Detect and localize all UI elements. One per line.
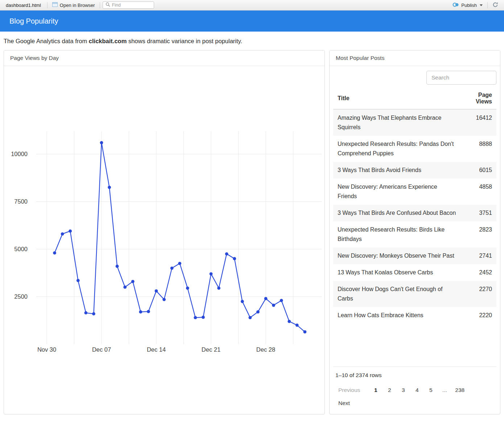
table-header-row: Title Page Views xyxy=(333,89,496,109)
table-row: New Discovery: Americans Experience Frie… xyxy=(333,179,496,205)
page-number-button[interactable]: 2 xyxy=(383,384,396,396)
svg-text:7500: 7500 xyxy=(14,198,28,205)
page-views-cell: 4858 xyxy=(462,179,496,205)
table-row: New Discovery: Monkeys Observe Their Pas… xyxy=(333,248,496,264)
toolbar-separator xyxy=(487,2,488,8)
post-title-cell: 3 Ways That Birds Are Confused About Bac… xyxy=(333,205,462,221)
subtitle-prefix: The Google Analytics data from xyxy=(4,38,89,44)
page-buttons: 12345...238 xyxy=(369,384,468,396)
previous-page-button[interactable]: Previous xyxy=(335,384,364,396)
page-views-cell: 2270 xyxy=(462,281,496,307)
table-search-row xyxy=(333,66,496,89)
svg-text:Dec 28: Dec 28 xyxy=(256,346,275,353)
app-window: dashboard1.html Open in Browser xyxy=(0,0,504,414)
find-box xyxy=(103,1,154,9)
find-input[interactable] xyxy=(112,3,151,8)
posts-table: Title Page Views Amazing Ways That Eleph… xyxy=(333,89,496,324)
svg-text:10000: 10000 xyxy=(11,151,28,157)
page-number-button[interactable]: 1 xyxy=(369,384,383,396)
page-number-button[interactable]: 5 xyxy=(424,384,438,396)
page-views-cell: 2823 xyxy=(462,221,496,248)
browser-window-icon xyxy=(52,2,58,8)
publish-button[interactable]: Publish xyxy=(450,1,485,9)
main-content: Page Views by Day 25005000750010000Nov 3… xyxy=(0,50,504,414)
search-icon xyxy=(106,2,110,8)
post-title-cell: New Discovery: Monkeys Observe Their Pas… xyxy=(333,248,462,264)
posts-panel-title: Most Popular Posts xyxy=(330,50,500,66)
post-title-cell: 13 Ways That Koalas Observe Carbs xyxy=(333,264,462,281)
svg-text:Dec 21: Dec 21 xyxy=(202,346,220,353)
toolbar-right-group: Publish xyxy=(450,1,500,9)
post-title-cell: Amazing Ways That Elephants Embrace Squi… xyxy=(333,109,462,136)
table-row: Unexpected Research Results: Pandas Don'… xyxy=(333,136,496,162)
table-row: Unexpected Research Results: Birds Like … xyxy=(333,221,496,248)
pagination-summary: 1–10 of 2374 rows xyxy=(335,372,494,379)
page-views-cell: 2741 xyxy=(462,248,496,264)
publish-label: Publish xyxy=(461,3,477,8)
page-ellipsis: ... xyxy=(438,384,451,396)
post-title-cell: Unexpected Research Results: Birds Like … xyxy=(333,221,462,248)
column-header-page-views[interactable]: Page Views xyxy=(462,89,496,109)
svg-text:5000: 5000 xyxy=(14,246,28,252)
column-header-title[interactable]: Title xyxy=(333,89,462,109)
refresh-button[interactable] xyxy=(490,1,500,9)
next-page-button[interactable]: Next xyxy=(335,397,354,409)
table-row: Learn How Cats Embrace Kittens2220 xyxy=(333,307,496,324)
publish-circles-icon xyxy=(453,2,459,8)
posts-panel: Most Popular Posts Title Page Views Amaz… xyxy=(329,50,500,414)
chevron-down-icon xyxy=(480,4,483,6)
pagination: 1–10 of 2374 rows Previous 12345...238 N… xyxy=(333,367,496,414)
page-number-button[interactable]: 3 xyxy=(396,384,410,396)
svg-text:Nov 30: Nov 30 xyxy=(37,346,56,353)
svg-text:Dec 14: Dec 14 xyxy=(147,346,166,353)
page-views-cell: 2220 xyxy=(462,307,496,324)
table-row: 3 Ways That Birds Are Confused About Bac… xyxy=(333,205,496,221)
subtitle: The Google Analytics data from clickbait… xyxy=(0,32,504,50)
pagination-next-row: Next xyxy=(335,397,495,409)
chart-panel-title: Page Views by Day xyxy=(4,50,325,66)
open-in-browser-label: Open in Browser xyxy=(60,3,95,8)
subtitle-suffix: shows dramatic variance in post populari… xyxy=(127,38,242,44)
table-row: Discover How Dogs Can't Get Enough of Ca… xyxy=(333,281,496,307)
page-number-button[interactable]: 4 xyxy=(410,384,424,396)
page-views-line-chart[interactable]: 25005000750010000Nov 30Dec 07Dec 14Dec 2… xyxy=(4,66,325,414)
page-number-button[interactable]: 238 xyxy=(451,384,468,396)
posts-table-body: Amazing Ways That Elephants Embrace Squi… xyxy=(333,109,496,324)
pagination-buttons-row: Previous 12345...238 xyxy=(335,384,495,396)
page-title: Blog Popularity xyxy=(9,17,58,25)
toolbar-separator xyxy=(100,2,100,8)
page-views-cell: 3751 xyxy=(462,205,496,221)
table-row: Amazing Ways That Elephants Embrace Squi… xyxy=(333,109,496,136)
post-title-cell: Learn How Cats Embrace Kittens xyxy=(333,307,462,324)
page-views-cell: 2452 xyxy=(462,264,496,281)
subtitle-domain: clickbait.com xyxy=(89,38,127,44)
post-title-cell: Unexpected Research Results: Pandas Don'… xyxy=(333,136,462,162)
table-row: 13 Ways That Koalas Observe Carbs2452 xyxy=(333,264,496,281)
chart-body: 25005000750010000Nov 30Dec 07Dec 14Dec 2… xyxy=(4,66,325,414)
page-views-cell: 8888 xyxy=(462,136,496,162)
posts-body: Title Page Views Amazing Ways That Eleph… xyxy=(330,66,500,414)
toolbar-separator xyxy=(47,2,47,8)
file-tab[interactable]: dashboard1.html xyxy=(2,3,45,8)
svg-text:Dec 07: Dec 07 xyxy=(92,346,111,353)
page-views-cell: 6015 xyxy=(462,162,496,179)
post-title-cell: New Discovery: Americans Experience Frie… xyxy=(333,179,462,205)
page-views-cell: 16412 xyxy=(462,109,496,136)
table-row: 3 Ways That Birds Avoid Friends6015 xyxy=(333,162,496,179)
refresh-icon xyxy=(492,2,498,9)
svg-text:2500: 2500 xyxy=(14,293,28,300)
table-search-input[interactable] xyxy=(426,71,496,85)
chart-panel: Page Views by Day 25005000750010000Nov 3… xyxy=(4,50,325,414)
post-title-cell: 3 Ways That Birds Avoid Friends xyxy=(333,162,462,179)
open-in-browser-button[interactable]: Open in Browser xyxy=(50,1,97,9)
viewer-toolbar: dashboard1.html Open in Browser xyxy=(0,0,504,11)
table-spacer xyxy=(333,324,496,367)
post-title-cell: Discover How Dogs Can't Get Enough of Ca… xyxy=(333,281,462,307)
navbar: Blog Popularity xyxy=(0,11,504,32)
